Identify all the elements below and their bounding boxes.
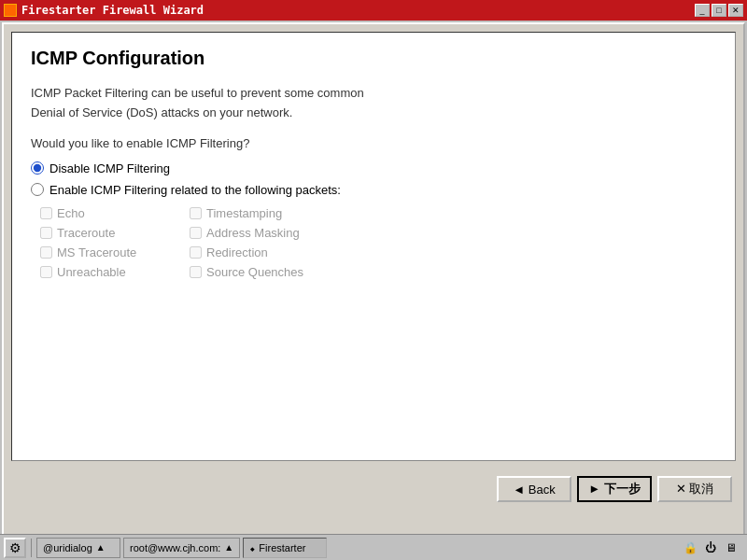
checkbox-traceroute-input[interactable] (40, 227, 52, 239)
question-text: Would you like to enable ICMP Filtering? (31, 136, 716, 150)
window-title: Firestarter Firewall Wizard (21, 4, 204, 17)
checkbox-timestamping: Timestamping (190, 206, 358, 220)
radio-enable[interactable] (31, 183, 44, 196)
next-button[interactable]: ► 下一步 (577, 476, 652, 502)
minimize-button[interactable]: _ (695, 4, 710, 17)
title-bar-left: Firestarter Firewall Wizard (4, 4, 204, 17)
radio-group: Disable ICMP Filtering Enable ICMP Filte… (31, 161, 716, 197)
checkbox-address-masking: Address Masking (190, 226, 358, 240)
checkbox-redirection-input[interactable] (190, 246, 202, 259)
taskbar-lock-icon: 🔒 (682, 539, 698, 556)
taskbar-right: 🔒 ⏻ 🖥 (682, 539, 743, 556)
checkbox-unreachable-input[interactable] (40, 266, 52, 278)
radio-enable-label: Enable ICMP Filtering related to the fol… (49, 183, 341, 197)
taskbar-item-firestarter-label: ⬥ Firestarter (249, 542, 305, 553)
checkbox-traceroute: Traceroute (40, 226, 180, 240)
radio-disable[interactable] (31, 161, 44, 175)
checkbox-source-quenches-input[interactable] (190, 266, 202, 278)
checkbox-ms-traceroute: MS Traceroute (40, 245, 180, 259)
taskbar: ⚙ @uridialog ▲ root@www.cjh.com: ▲ ⬥ Fir… (0, 534, 747, 560)
checkbox-source-quenches-label: Source Quenches (206, 265, 303, 279)
taskbar-item-root-arrow: ▲ (224, 542, 233, 553)
taskbar-item-uridialog[interactable]: @uridialog ▲ (36, 538, 120, 558)
title-bar: Firestarter Firewall Wizard _ □ ✕ (0, 0, 747, 21)
checkbox-unreachable-label: Unreachable (57, 265, 126, 279)
taskbar-screen-icon[interactable]: 🖥 (723, 539, 740, 556)
taskbar-start[interactable]: ⚙ (4, 538, 26, 558)
checkbox-redirection-label: Redirection (206, 245, 268, 259)
page-title: ICMP Configuration (31, 48, 716, 69)
taskbar-power-icon[interactable]: ⏻ (702, 539, 719, 556)
checkbox-unreachable: Unreachable (40, 265, 180, 279)
taskbar-item-uridialog-label: @uridialog (43, 542, 92, 553)
checkbox-traceroute-label: Traceroute (57, 226, 115, 240)
close-button[interactable]: ✕ (728, 4, 743, 17)
checkbox-source-quenches: Source Quenches (190, 265, 358, 279)
content-area: ICMP Configuration ICMP Packet Filtering… (11, 32, 736, 461)
taskbar-item-firestarter[interactable]: ⬥ Firestarter (243, 538, 327, 558)
checkbox-ms-traceroute-label: MS Traceroute (57, 245, 136, 259)
description-line1: ICMP Packet Filtering can be useful to p… (31, 86, 364, 100)
checkbox-redirection: Redirection (190, 245, 358, 259)
taskbar-item-uridialog-arrow: ▲ (96, 542, 106, 553)
radio-enable-item: Enable ICMP Filtering related to the fol… (31, 183, 716, 197)
checkbox-timestamping-input[interactable] (190, 207, 202, 219)
checkbox-timestamping-label: Timestamping (206, 206, 282, 220)
description: ICMP Packet Filtering can be useful to p… (31, 84, 716, 123)
main-window: ICMP Configuration ICMP Packet Filtering… (2, 22, 745, 540)
checkbox-grid: Echo Timestamping Traceroute Address Mas… (40, 206, 716, 279)
cancel-button[interactable]: ✕ 取消 (657, 476, 732, 502)
checkbox-address-masking-label: Address Masking (206, 226, 300, 240)
taskbar-item-root[interactable]: root@www.cjh.com: ▲ (123, 538, 240, 558)
taskbar-separator-1 (31, 539, 32, 557)
description-line2: Denial of Service (DoS) attacks on your … (31, 105, 292, 119)
radio-disable-item: Disable ICMP Filtering (31, 161, 716, 175)
button-bar: ◄ Back ► 下一步 ✕ 取消 (4, 469, 743, 510)
title-bar-buttons: _ □ ✕ (695, 4, 743, 17)
radio-disable-label: Disable ICMP Filtering (49, 161, 170, 175)
checkbox-echo-input[interactable] (40, 207, 52, 219)
maximize-button[interactable]: □ (712, 4, 726, 17)
checkbox-echo-label: Echo (57, 206, 85, 220)
taskbar-item-root-label: root@www.cjh.com: (130, 542, 220, 553)
app-icon (4, 4, 17, 17)
back-button[interactable]: ◄ Back (497, 476, 571, 502)
checkbox-ms-traceroute-input[interactable] (40, 246, 52, 259)
checkbox-echo: Echo (40, 206, 180, 220)
checkbox-address-masking-input[interactable] (190, 227, 202, 239)
